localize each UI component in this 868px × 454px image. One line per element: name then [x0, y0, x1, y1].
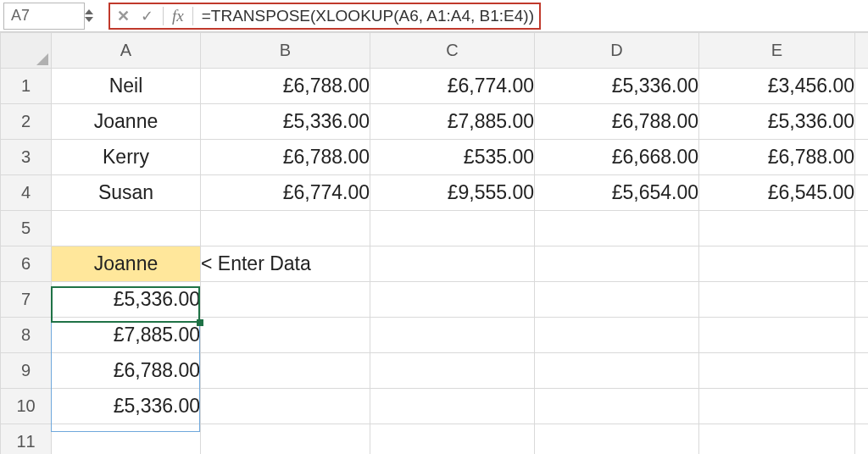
- cell-F7[interactable]: [855, 282, 869, 318]
- cell-E7[interactable]: [699, 282, 855, 318]
- cell-F5[interactable]: [855, 211, 869, 246]
- cell-B4[interactable]: £6,774.00: [201, 175, 370, 211]
- cell-D10[interactable]: [535, 389, 699, 424]
- fill-handle[interactable]: [197, 319, 203, 326]
- cell-C4[interactable]: £9,555.00: [370, 175, 535, 211]
- cell-B1[interactable]: £6,788.00: [201, 69, 370, 104]
- cell-E8[interactable]: [699, 318, 855, 353]
- cell-B9[interactable]: [201, 353, 370, 389]
- cell-C10[interactable]: [370, 389, 535, 424]
- row-6: 6 Joanne < Enter Data: [1, 246, 869, 282]
- row-header[interactable]: 6: [1, 246, 52, 282]
- row-7: 7 £5,336.00: [1, 282, 869, 318]
- cell-B8[interactable]: [201, 318, 370, 353]
- col-header-B[interactable]: B: [201, 33, 370, 69]
- cell-D4[interactable]: £5,654.00: [535, 175, 699, 211]
- cell-A4[interactable]: Susan: [52, 175, 201, 211]
- row-header[interactable]: 5: [1, 211, 52, 246]
- row-2: 2 Joanne £5,336.00 £7,885.00 £6,788.00 £…: [1, 104, 869, 140]
- cell-A5[interactable]: [52, 211, 201, 246]
- cell-F4[interactable]: [855, 175, 869, 211]
- formula-input[interactable]: =TRANSPOSE(XLOOKUP(A6, A1:A4, B1:E4)): [202, 7, 534, 25]
- cell-F9[interactable]: [855, 353, 869, 389]
- name-box-spinner[interactable]: [85, 3, 102, 30]
- cell-E9[interactable]: [699, 353, 855, 389]
- select-all-corner[interactable]: [1, 33, 52, 69]
- cell-C11[interactable]: [370, 424, 535, 455]
- row-header[interactable]: 4: [1, 175, 52, 211]
- row-header[interactable]: 10: [1, 389, 52, 424]
- cell-A3[interactable]: Kerry: [52, 140, 201, 175]
- cell-E2[interactable]: £5,336.00: [699, 104, 855, 140]
- row-header[interactable]: 3: [1, 140, 52, 175]
- col-header-E[interactable]: E: [699, 33, 855, 69]
- cell-C3[interactable]: £535.00: [370, 140, 535, 175]
- cell-B5[interactable]: [201, 211, 370, 246]
- accept-icon[interactable]: ✓: [139, 7, 154, 25]
- column-header-row: A B C D E F: [1, 33, 869, 69]
- row-header[interactable]: 11: [1, 424, 52, 455]
- cell-B10[interactable]: [201, 389, 370, 424]
- cell-A1[interactable]: Neil: [52, 69, 201, 104]
- cell-D2[interactable]: £6,788.00: [535, 104, 699, 140]
- cancel-icon[interactable]: ✕: [115, 7, 131, 25]
- name-box[interactable]: A7: [3, 3, 85, 30]
- cell-E1[interactable]: £3,456.00: [699, 69, 855, 104]
- cell-E6[interactable]: [699, 246, 855, 282]
- cell-A2[interactable]: Joanne: [52, 104, 201, 140]
- cell-F11[interactable]: [855, 424, 869, 455]
- cell-F10[interactable]: [855, 389, 869, 424]
- cell-C9[interactable]: [370, 353, 535, 389]
- formula-bar: A7 ✕ ✓ fx =TRANSPOSE(XLOOKUP(A6, A1:A4, …: [0, 0, 868, 32]
- cell-B7[interactable]: [201, 282, 370, 318]
- cell-A9[interactable]: £6,788.00: [52, 353, 201, 389]
- cell-A10[interactable]: £5,336.00: [52, 389, 201, 424]
- chevron-down-icon: [85, 17, 93, 22]
- cell-F1[interactable]: [855, 69, 869, 104]
- cell-B3[interactable]: £6,788.00: [201, 140, 370, 175]
- row-header[interactable]: 7: [1, 282, 52, 318]
- cell-D8[interactable]: [535, 318, 699, 353]
- cell-B2[interactable]: £5,336.00: [201, 104, 370, 140]
- cell-B11[interactable]: [201, 424, 370, 455]
- row-4: 4 Susan £6,774.00 £9,555.00 £5,654.00 £6…: [1, 175, 869, 211]
- formula-group-highlight: ✕ ✓ fx =TRANSPOSE(XLOOKUP(A6, A1:A4, B1:…: [108, 3, 541, 30]
- fx-icon[interactable]: fx: [172, 7, 184, 25]
- cell-F2[interactable]: [855, 104, 869, 140]
- col-header-D[interactable]: D: [535, 33, 699, 69]
- cell-E10[interactable]: [699, 389, 855, 424]
- cell-D11[interactable]: [535, 424, 699, 455]
- cell-D6[interactable]: [535, 246, 699, 282]
- cell-A6[interactable]: Joanne: [52, 246, 201, 282]
- cell-A11[interactable]: [52, 424, 201, 455]
- row-header[interactable]: 1: [1, 69, 52, 104]
- cell-E3[interactable]: £6,788.00: [699, 140, 855, 175]
- cell-D1[interactable]: £5,336.00: [535, 69, 699, 104]
- cell-D5[interactable]: [535, 211, 699, 246]
- cell-E11[interactable]: [699, 424, 855, 455]
- cell-C5[interactable]: [370, 211, 535, 246]
- col-header-C[interactable]: C: [370, 33, 535, 69]
- cell-F8[interactable]: [855, 318, 869, 353]
- cell-C1[interactable]: £6,774.00: [370, 69, 535, 104]
- cell-D3[interactable]: £6,668.00: [535, 140, 699, 175]
- row-header[interactable]: 8: [1, 318, 52, 353]
- cell-D7[interactable]: [535, 282, 699, 318]
- cell-C8[interactable]: [370, 318, 535, 353]
- row-header[interactable]: 9: [1, 353, 52, 389]
- col-header-A[interactable]: A: [52, 33, 201, 69]
- cell-F3[interactable]: [855, 140, 869, 175]
- row-header[interactable]: 2: [1, 104, 52, 140]
- cell-C7[interactable]: [370, 282, 535, 318]
- cell-E5[interactable]: [699, 211, 855, 246]
- cell-F6[interactable]: [855, 246, 869, 282]
- cell-A8[interactable]: £7,885.00: [52, 318, 201, 353]
- cell-B6[interactable]: < Enter Data: [201, 246, 370, 282]
- cell-E4[interactable]: £6,545.00: [699, 175, 855, 211]
- cell-A7[interactable]: £5,336.00: [52, 282, 201, 318]
- spreadsheet-grid[interactable]: A B C D E F 1 Neil £6,788.00 £6,774.00 £…: [0, 32, 868, 454]
- cell-C2[interactable]: £7,885.00: [370, 104, 535, 140]
- col-header-F[interactable]: F: [855, 33, 869, 69]
- cell-C6[interactable]: [370, 246, 535, 282]
- cell-D9[interactable]: [535, 353, 699, 389]
